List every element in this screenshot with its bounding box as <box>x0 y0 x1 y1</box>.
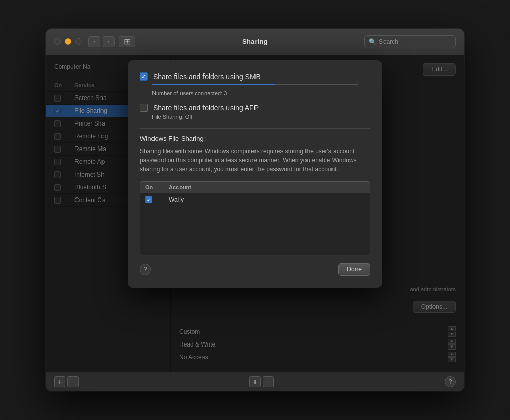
close-button[interactable] <box>54 38 61 45</box>
smb-progress-fill <box>152 84 275 85</box>
title-bar: ‹ › ⊞ Sharing 🔍 <box>46 29 464 55</box>
modal-overlay: ✓ Share files and folders using SMB Numb… <box>46 55 464 372</box>
smb-progress-bar <box>152 84 358 85</box>
afp-status: File Sharing: Off <box>152 114 370 120</box>
search-box[interactable]: 🔍 <box>364 35 456 48</box>
modal-footer: ? Done <box>140 263 370 276</box>
bottom-bar: + − + − ? <box>46 372 464 391</box>
windows-sharing-title: Windows File Sharing: <box>140 135 370 142</box>
add-button[interactable]: + <box>54 376 65 387</box>
account-table: On Account ✓ Wally <box>140 181 370 255</box>
bottom-help-button[interactable]: ? <box>445 376 456 387</box>
wally-checkbox[interactable]: ✓ <box>145 196 152 203</box>
minimize-button[interactable] <box>65 38 71 45</box>
windows-sharing-desc: Sharing files with some Windows computer… <box>140 146 370 174</box>
search-input[interactable] <box>379 38 451 45</box>
grid-view-button[interactable]: ⊞ <box>119 36 135 47</box>
afp-label: Share files and folders using AFP <box>153 104 259 112</box>
nav-buttons: ‹ › <box>88 36 115 47</box>
maximize-button[interactable] <box>75 38 82 45</box>
afp-row: Share files and folders using AFP <box>140 104 370 112</box>
smb-users-label: Number of users connected: 3 <box>152 90 370 96</box>
back-button[interactable]: ‹ <box>88 36 100 47</box>
account-table-header: On Account <box>140 182 370 193</box>
modal-help-button[interactable]: ? <box>140 264 151 275</box>
window-title: Sharing <box>242 38 268 45</box>
smb-row: ✓ Share files and folders using SMB <box>140 72 370 81</box>
table-header-account: Account <box>169 184 191 190</box>
done-button[interactable]: Done <box>338 263 370 276</box>
account-row-wally[interactable]: ✓ Wally <box>140 193 370 206</box>
table-header-on: On <box>145 184 161 190</box>
modal-divider <box>140 128 370 129</box>
smb-options-modal: ✓ Share files and folders using SMB Numb… <box>128 60 382 288</box>
remove-shared-button[interactable]: − <box>263 376 274 387</box>
remove-button[interactable]: − <box>67 376 79 387</box>
add-shared-button[interactable]: + <box>249 376 261 387</box>
search-icon: 🔍 <box>369 38 376 45</box>
account-table-body: ✓ Wally <box>140 193 370 255</box>
smb-checkbox[interactable]: ✓ <box>140 72 148 81</box>
wally-name: Wally <box>169 196 184 203</box>
traffic-lights <box>54 38 82 45</box>
smb-label: Share files and folders using SMB <box>153 72 261 81</box>
main-content: Computer Na On Service Screen Sha ✓ File… <box>46 55 464 372</box>
afp-checkbox[interactable] <box>140 104 148 112</box>
forward-button[interactable]: › <box>103 36 115 47</box>
